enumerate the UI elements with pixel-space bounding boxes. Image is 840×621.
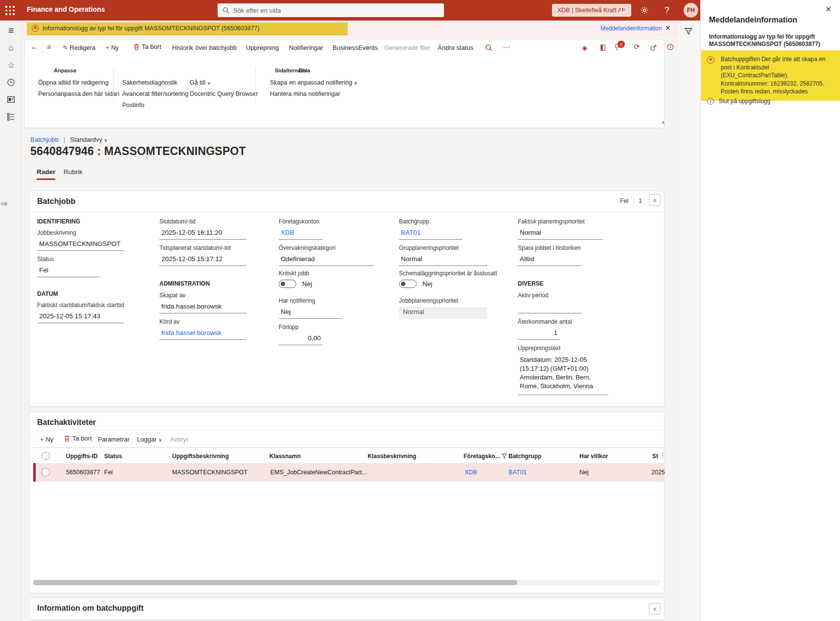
column-kebab-icon[interactable]: ⋮ <box>660 452 665 459</box>
change-status-button[interactable]: Ändra status <box>438 44 473 51</box>
col-klassbeskrivning[interactable]: Klassbeskrivning <box>368 453 416 460</box>
avatar[interactable]: FH <box>684 3 698 18</box>
cell-uppgifts-id[interactable]: 5650603877 <box>66 469 100 476</box>
grid-logs-button[interactable]: Loggar ∨ <box>137 436 162 443</box>
horizontal-scrollbar-thumb[interactable] <box>33 580 517 585</box>
col-status[interactable]: Status <box>104 453 122 460</box>
collapse-action-pane-chevron[interactable]: ∧ <box>661 119 665 126</box>
security-diagnostics-item[interactable]: Säkerhetsdiagnostik <box>122 79 177 86</box>
help-icon[interactable]: ? <box>661 4 673 16</box>
faktiskt-startdatum-field[interactable]: 2025-12-05 15:17:43 <box>37 311 124 323</box>
delete-button[interactable]: Ta bort <box>133 43 161 50</box>
kord-av-field[interactable]: frida.hassel.borowsk <box>159 328 246 340</box>
grid-new-button[interactable]: + Ny <box>40 436 53 443</box>
filter-lines-icon[interactable]: ≡ <box>47 43 51 51</box>
cell-foretagskonton[interactable]: XDB <box>464 469 477 476</box>
cell-uppgiftsbeskrivning[interactable]: MASSOMTECKNINGSPOT <box>172 469 247 476</box>
back-arrow-icon[interactable]: ← <box>30 42 39 52</box>
modules-list-icon[interactable] <box>0 110 22 123</box>
messages-icon[interactable]: 0 <box>615 43 622 51</box>
breadcrumb-batchjobb-link[interactable]: Batchjobb <box>30 136 59 143</box>
docentric-query-browser-item[interactable]: Docentric Query Browser <box>190 90 258 97</box>
col-st[interactable]: St <box>652 453 658 460</box>
har-notifiering-field[interactable]: Nej <box>279 307 342 319</box>
attachments-icon[interactable]: ◈ <box>582 44 588 52</box>
notification-close-icon[interactable]: ✕ <box>665 24 671 32</box>
task-guide-icon[interactable] <box>599 44 606 51</box>
skapat-av-field[interactable]: frida.hassel.borowsk <box>159 302 246 313</box>
status-field[interactable]: Fel <box>37 266 101 277</box>
col-foretagskonton[interactable]: Företagsko... <box>464 453 507 460</box>
info-icon[interactable] <box>667 44 674 50</box>
favorites-star-icon[interactable]: ☆ <box>0 58 22 72</box>
global-search-input[interactable]: Sök efter en sida <box>218 3 444 17</box>
bell-icon[interactable] <box>617 4 629 16</box>
overvakningskategori-field[interactable]: Odefinierad <box>279 254 374 266</box>
cell-batchgrupp[interactable]: BAT01 <box>508 469 527 476</box>
hamburger-menu-icon[interactable]: ≡ <box>0 23 22 37</box>
schemalaggning-toggle[interactable]: Nej <box>399 280 497 288</box>
personalize-page-item[interactable]: Personanpassa den här sidan <box>38 90 119 97</box>
app-title: Finance and Operations <box>27 5 105 13</box>
panel-close-icon[interactable]: ✕ <box>825 5 832 14</box>
view-selector[interactable]: Standardvy ∨ <box>70 136 108 143</box>
business-events-button[interactable]: BusinessEvents <box>332 44 378 51</box>
panel-error-entry[interactable]: ✕ Batchuppgiften Det går inte att skapa … <box>701 50 840 101</box>
custom-alert-item[interactable]: Skapa en anpassad notifiering ∨ <box>270 79 357 86</box>
forlopp-field[interactable]: 0,00 <box>279 333 323 345</box>
collapse-batchjobb-chevron[interactable]: ∧ <box>649 194 661 206</box>
kritiskt-jobb-toggle[interactable]: Nej <box>279 280 374 288</box>
foretagskonton-label: Företagskonton <box>279 218 323 225</box>
select-all-checkbox[interactable] <box>42 452 50 460</box>
group-datum: DATUM <box>37 290 58 297</box>
home-icon[interactable]: ⌂ <box>0 41 22 55</box>
batch-history-button[interactable]: Historik över batchjobb <box>172 44 237 51</box>
notification-message[interactable]: ✕ Informationslogg av typ fel för uppgif… <box>27 22 348 35</box>
cell-klassnamn: EMS_JobCreateNewContractPart... <box>270 469 367 476</box>
slutdatum-field[interactable]: 2025-12-05 16:11:20 <box>159 228 246 240</box>
aktiv-period-field[interactable] <box>518 302 581 313</box>
filter-funnel-icon[interactable] <box>684 27 693 36</box>
toolbar-search-icon[interactable] <box>485 44 492 51</box>
batchgrupp-field[interactable]: BAT01 <box>399 228 463 240</box>
advanced-filter-sort-item[interactable]: Avancerat filter/sortering <box>122 90 188 97</box>
expand-pane-arrow-icon[interactable]: ⇨ <box>0 197 15 210</box>
workspaces-icon[interactable] <box>0 92 22 106</box>
chevron-down-icon: ∨ <box>104 137 108 143</box>
recent-clock-icon[interactable] <box>0 75 22 89</box>
open-for-edit-item[interactable]: Öppna alltid för redigering <box>38 79 109 86</box>
go-to-item[interactable]: Gå till ∨ <box>190 79 211 86</box>
page-title: 5640847946 : MASSOMTECKNINGSPOT <box>30 145 246 158</box>
spara-jobbet-field[interactable]: Alltid <box>518 254 581 266</box>
refresh-icon[interactable]: ⟳ <box>634 43 640 51</box>
edit-button[interactable]: ✎ Redigera <box>63 44 95 51</box>
col-uppgiftsbeskrivning[interactable]: Uppgiftsbeskrivning <box>172 453 229 460</box>
col-klassnamn[interactable]: Klassnamn <box>269 453 301 460</box>
record-info-item[interactable]: Postinfo <box>122 102 144 109</box>
row-checkbox[interactable] <box>42 468 50 476</box>
message-details-link[interactable]: Meddelandeinformation <box>600 25 662 32</box>
aterkommande-antal-field[interactable]: 1 <box>518 328 559 340</box>
spara-jobbet-label: Spara jobbet i historiken <box>518 244 581 251</box>
col-uppgifts-id[interactable]: Uppgifts-ID <box>66 453 98 460</box>
expand-info-section-chevron[interactable]: ∨ <box>649 603 661 615</box>
tidsplanerat-field[interactable]: 2025-12-05 15:17:12 <box>159 254 246 266</box>
alerts-button[interactable]: Notifieringar <box>289 44 323 51</box>
new-button[interactable]: + Ny <box>106 44 119 51</box>
recurrence-button[interactable]: Upprepning <box>246 44 279 51</box>
grupplaneringsprioritet-field[interactable]: Normal <box>399 254 487 266</box>
jobbeskrivning-field[interactable]: MASSOMTECKNINGSPOT <box>37 239 124 251</box>
grid-delete-button[interactable]: Ta bort <box>64 435 92 442</box>
col-batchgrupp[interactable]: Batchgrupp <box>508 453 541 460</box>
faktisk-planeringsprioritet-field[interactable]: Normal <box>518 228 603 240</box>
tab-rader[interactable]: Rader <box>37 168 55 180</box>
foretagskonton-field[interactable]: XDB <box>279 228 323 240</box>
grid-parameters-button[interactable]: Parametrar <box>98 436 130 443</box>
settings-gear-icon[interactable] <box>639 4 650 16</box>
manage-alerts-item[interactable]: Hantera mina notifieringar <box>270 90 340 97</box>
col-har-villkor[interactable]: Har villkor <box>579 453 608 460</box>
waffle-menu-icon[interactable] <box>5 6 15 16</box>
tab-rubrik[interactable]: Rubrik <box>64 168 83 178</box>
overflow-menu-icon[interactable]: … <box>503 41 511 50</box>
open-in-new-window-icon[interactable] <box>650 44 657 51</box>
